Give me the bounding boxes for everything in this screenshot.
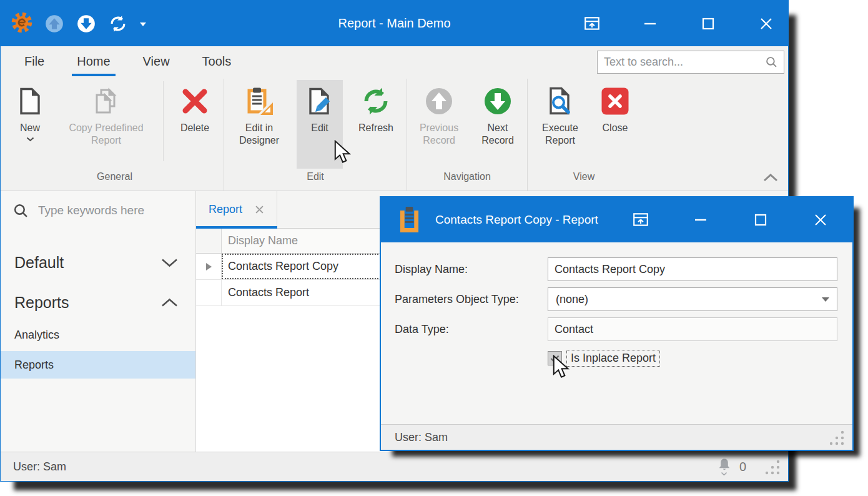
app-gear-icon	[11, 11, 33, 36]
close-tab-icon[interactable]	[255, 205, 264, 214]
previous-record-icon	[424, 86, 454, 116]
parameters-object-type-label: Parameters Object Type:	[395, 293, 548, 306]
copy-predefined-report-button[interactable]: Copy Predefined Report	[57, 80, 155, 169]
main-titlebar: Report - Main Demo	[1, 1, 788, 46]
ribbon-search-input[interactable]	[604, 56, 766, 69]
group-label-edit: Edit	[224, 169, 407, 191]
refresh-button-label: Refresh	[358, 122, 393, 134]
dropdown-arrow-icon[interactable]	[822, 297, 829, 302]
chevron-down-icon	[26, 137, 34, 142]
refresh-button[interactable]	[107, 13, 129, 34]
maximize-button[interactable]	[698, 13, 719, 34]
field-row-display-name: Display Name:	[395, 257, 837, 281]
notification-count: 0	[739, 460, 746, 474]
ribbon-group-edit: Edit in Designer Edit Refresh Edit	[224, 79, 407, 191]
close-view-label: Close	[603, 122, 628, 134]
collapse-ribbon-chevron-icon[interactable]	[763, 173, 778, 184]
next-view-button[interactable]	[76, 13, 97, 34]
is-inplace-report-row: Is Inplace Report	[548, 350, 837, 367]
designer-clipboard-icon	[244, 86, 274, 116]
ribbon-group-view: Execute Report Close View	[527, 79, 640, 191]
resize-grip[interactable]	[828, 429, 845, 446]
dialog-status-bar: User: Sam	[381, 424, 852, 450]
copy-documents-icon	[91, 86, 121, 116]
display-name-field[interactable]	[548, 257, 837, 281]
sidebar-search-input[interactable]	[38, 204, 169, 217]
bell-icon	[717, 458, 732, 472]
main-status-bar: User: Sam 0	[1, 452, 788, 481]
search-icon	[13, 203, 29, 219]
edit-pencil-icon	[305, 86, 335, 116]
sidebar-item-reports[interactable]: Reports	[1, 351, 195, 379]
ribbon-tab-row: File Home View Tools	[1, 46, 788, 79]
toggle-ribbon-icon[interactable]	[630, 209, 651, 231]
quick-access-toolbar	[11, 11, 147, 36]
display-name-label: Display Name:	[395, 263, 548, 276]
new-button-label: New	[20, 122, 40, 134]
current-row-arrow-icon	[206, 263, 212, 270]
sidebar-item-analytics[interactable]: Analytics	[1, 322, 195, 347]
main-caption-buttons	[581, 13, 777, 34]
data-type-field[interactable]	[548, 317, 837, 341]
is-inplace-report-label[interactable]: Is Inplace Report	[566, 350, 660, 367]
sidebar-group-default-label: Default	[14, 254, 64, 272]
group-label-navigation: Navigation	[407, 169, 527, 191]
minimize-button[interactable]	[639, 13, 661, 34]
row-indicator-cell	[196, 254, 222, 279]
chevron-down-icon	[721, 472, 727, 475]
edit-in-designer-button[interactable]: Edit in Designer	[229, 80, 289, 169]
toggle-ribbon-icon[interactable]	[581, 13, 603, 34]
previous-record-button[interactable]: Previous Record	[412, 80, 466, 169]
ribbon-group-general: New Copy Predefined Report Delete	[6, 79, 224, 191]
dialog-body: Display Name: Parameters Object Type: (n…	[381, 242, 852, 424]
close-view-button[interactable]: Close	[595, 80, 635, 169]
ribbon-group-navigation: Previous Record Next Record Navigation	[407, 79, 527, 191]
new-document-icon	[15, 86, 45, 116]
delete-button[interactable]: Delete	[171, 80, 219, 169]
tab-home[interactable]: Home	[74, 52, 112, 74]
dialog-title: Contacts Report Copy - Report	[435, 213, 598, 227]
previous-record-label: Previous Record	[412, 122, 466, 147]
group-label-general: General	[6, 169, 224, 191]
delete-button-label: Delete	[180, 122, 209, 134]
qat-dropdown-caret[interactable]	[139, 18, 147, 29]
maximize-button[interactable]	[750, 209, 771, 231]
report-clipboard-icon	[398, 206, 420, 235]
parameters-object-type-dropdown[interactable]: (none)	[548, 287, 837, 311]
resize-grip[interactable]	[764, 459, 781, 475]
sidebar-group-reports[interactable]: Reports	[1, 289, 195, 316]
dialog-titlebar: Contacts Report Copy - Report	[381, 197, 852, 242]
refresh-ribbon-button[interactable]: Refresh	[350, 80, 402, 169]
tab-tools[interactable]: Tools	[200, 52, 234, 74]
row-indicator-header-cell	[196, 229, 222, 253]
new-button[interactable]: New	[11, 80, 49, 169]
sidebar-group-reports-label: Reports	[14, 294, 69, 312]
status-user-label: User: Sam	[13, 460, 66, 474]
document-tab-report[interactable]: Report	[196, 191, 277, 228]
data-type-label: Data Type:	[395, 323, 548, 336]
tab-view[interactable]: View	[141, 52, 172, 74]
close-button[interactable]	[810, 209, 831, 231]
minimize-button[interactable]	[690, 209, 711, 231]
edit-button-label: Edit	[311, 122, 328, 134]
status-user-label: User: Sam	[395, 431, 448, 444]
execute-report-button[interactable]: Execute Report	[533, 80, 588, 169]
next-record-icon	[483, 86, 513, 116]
dialog-caption-buttons	[630, 209, 831, 231]
notifications-button[interactable]	[717, 458, 732, 475]
sidebar-search	[1, 191, 195, 230]
previous-view-button[interactable]	[44, 13, 65, 34]
sidebar-group-default[interactable]: Default	[1, 249, 195, 276]
field-row-parameters-object-type: Parameters Object Type: (none)	[395, 287, 837, 311]
row-indicator-cell	[196, 280, 222, 305]
next-record-button[interactable]: Next Record	[473, 80, 522, 169]
close-button[interactable]	[756, 13, 777, 34]
execute-report-icon	[545, 86, 575, 116]
window-title: Report - Main Demo	[338, 16, 450, 31]
refresh-arrows-icon	[361, 86, 391, 116]
mouse-cursor	[333, 140, 353, 167]
document-tab-label: Report	[209, 203, 242, 216]
ribbon-item-separator	[163, 81, 164, 161]
chevron-up-icon	[161, 298, 178, 307]
tab-file[interactable]: File	[22, 52, 47, 74]
